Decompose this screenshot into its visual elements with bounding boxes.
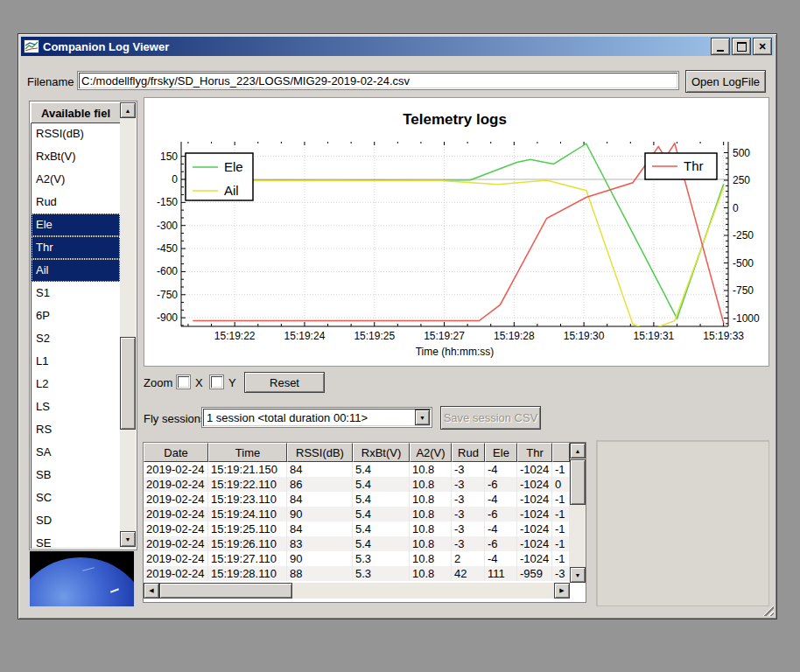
sidebar-item-rssidb[interactable]: RSSI(dB) <box>32 122 120 145</box>
titlebar[interactable]: Companion Log Viewer ✕ <box>21 37 774 56</box>
sidebar-item-se[interactable]: SE <box>32 532 120 548</box>
zoom-y-label: Y <box>228 376 236 389</box>
legend-label-ele: Ele <box>224 159 243 174</box>
svg-text:0: 0 <box>733 202 739 214</box>
sidebar-item-sb[interactable]: SB <box>32 464 120 486</box>
sidebar-item-thr[interactable]: Thr <box>32 236 120 259</box>
table-cell: 2019-02-24 <box>144 477 208 492</box>
table-cell: -1024 <box>517 536 552 551</box>
series-line-ele <box>193 144 723 318</box>
telemetry-chart-svg[interactable]: 1500-150-300-450-600-750-9005002500-250-… <box>144 98 768 366</box>
table-row[interactable]: 2019-02-2415:19:28.110885.310.842111-959… <box>144 566 570 581</box>
column-header-time[interactable]: Time <box>208 443 287 462</box>
svg-text:-750: -750 <box>733 284 754 297</box>
column-header-rud[interactable]: Rud <box>452 443 485 462</box>
sidebar-item-ls[interactable]: LS <box>32 396 120 418</box>
table-row[interactable]: 2019-02-2415:19:22.110865.410.8-3-6-1024… <box>144 477 570 492</box>
column-header-date[interactable]: Date <box>144 443 208 462</box>
column-header-rxbtv[interactable]: RxBt(V) <box>353 443 410 462</box>
zoom-x-checkbox[interactable] <box>177 375 190 388</box>
table-row[interactable]: 2019-02-2415:19:24.110905.410.8-3-6-1024… <box>144 507 570 522</box>
table-cell: 83 <box>287 536 353 551</box>
filename-input[interactable] <box>78 72 678 89</box>
column-header-thr[interactable]: Thr <box>517 443 552 462</box>
sidebar-item-l2[interactable]: L2 <box>32 373 120 396</box>
fields-scrollbar-thumb[interactable] <box>120 337 136 430</box>
table-row[interactable]: 2019-02-2415:19:25.110845.410.8-3-4-1024… <box>144 522 570 536</box>
scroll-down-button[interactable]: ▼ <box>120 531 136 547</box>
svg-text:Telemetry logs: Telemetry logs <box>403 111 507 128</box>
zoom-y-checkbox[interactable] <box>210 375 223 388</box>
svg-text:15:19:33: 15:19:33 <box>703 330 744 342</box>
table-cell: -1024 <box>517 477 552 492</box>
sidebar-item-6p[interactable]: 6P <box>32 304 120 327</box>
svg-text:-150: -150 <box>157 196 178 208</box>
column-header-a2v[interactable]: A2(V) <box>410 443 452 462</box>
table-cell: -1 <box>552 492 570 507</box>
maximize-button[interactable] <box>732 38 751 55</box>
table-cell: 84 <box>287 462 353 477</box>
sidebar-item-a2v[interactable]: A2(V) <box>32 168 120 191</box>
sidebar-item-sd[interactable]: SD <box>32 509 120 532</box>
table-row[interactable]: 2019-02-2415:19:26.110835.410.8-3-6-1024… <box>144 536 570 551</box>
table-scroll-down-button[interactable]: ▼ <box>570 567 586 583</box>
table-row[interactable]: 2019-02-2415:19:27.110905.310.82-4-1024-… <box>144 551 570 566</box>
svg-text:250: 250 <box>733 174 750 186</box>
column-header-ele[interactable]: Ele <box>485 443 517 462</box>
sidebar-item-sc[interactable]: SC <box>32 486 120 509</box>
save-session-csv-button[interactable]: Save session CSV <box>440 406 541 430</box>
app-window: Companion Log Viewer ✕ Filename Open Log… <box>18 33 777 620</box>
app-logo-icon <box>24 39 39 53</box>
table-cell: 10.8 <box>410 492 452 507</box>
table-scroll-left-button[interactable]: ◀ <box>144 583 159 598</box>
reset-button[interactable]: Reset <box>244 372 325 393</box>
table-cell: -4 <box>485 522 517 536</box>
table-cell: 15:19:22.110 <box>208 477 287 492</box>
sidebar-item-ele[interactable]: Ele <box>32 214 120 236</box>
svg-text:500: 500 <box>733 147 750 159</box>
fly-sessions-select[interactable]: 1 session <total duration 00:11> ▼ <box>202 408 432 427</box>
table-cell: -3 <box>452 536 485 551</box>
table-vscroll-thumb[interactable] <box>570 459 586 505</box>
column-header-rssidb[interactable]: RSSI(dB) <box>287 443 353 462</box>
sidebar-item-l1[interactable]: L1 <box>32 350 120 373</box>
table-row[interactable]: 2019-02-2415:19:21.150845.410.8-3-4-1024… <box>144 462 570 477</box>
arrow-right-icon: ▶ <box>559 587 564 594</box>
table-cell: 2019-02-24 <box>144 536 208 551</box>
svg-text:-300: -300 <box>157 220 178 232</box>
table-vscrollbar[interactable]: ▲ ▼ <box>570 443 586 583</box>
table-cell: 15:19:26.110 <box>208 536 287 551</box>
sidebar-item-rxbtv[interactable]: RxBt(V) <box>32 145 120 168</box>
scroll-up-button[interactable]: ▲ <box>120 102 136 118</box>
combo-drop-button[interactable]: ▼ <box>415 410 430 425</box>
sidebar-item-ail[interactable]: Ail <box>32 259 120 282</box>
minimize-button[interactable] <box>711 38 730 55</box>
chart-legend-right: Thr <box>645 153 717 179</box>
sidebar-item-s1[interactable]: S1 <box>32 282 120 304</box>
filename-label: Filename <box>27 75 74 88</box>
table-cell: 5.4 <box>353 462 410 477</box>
table-hscroll-thumb[interactable] <box>159 583 292 598</box>
table-scroll-up-button[interactable]: ▲ <box>570 443 586 458</box>
available-fields-list: Available fiel RSSI(dB)RxBt(V)A2(V)RudEl… <box>30 102 137 550</box>
sidebar-item-rs[interactable]: RS <box>32 418 120 441</box>
sidebar-item-s2[interactable]: S2 <box>32 327 120 350</box>
table-row[interactable]: 2019-02-2415:19:23.110845.410.8-3-4-1024… <box>144 492 570 507</box>
column-header-extra[interactable] <box>552 443 570 462</box>
arrow-down-icon: ▼ <box>125 536 131 542</box>
sidebar-item-sa[interactable]: SA <box>32 441 120 464</box>
table-cell: 15:19:27.110 <box>208 551 287 566</box>
table-scroll-right-button[interactable]: ▶ <box>554 583 570 598</box>
svg-text:-1000: -1000 <box>733 312 760 325</box>
table-hscrollbar[interactable]: ◀ ▶ <box>144 583 570 598</box>
open-logfile-button[interactable]: Open LogFile <box>685 70 766 93</box>
close-button[interactable]: ✕ <box>753 38 772 55</box>
table-cell: 84 <box>287 522 353 536</box>
session-detail-panel <box>596 440 769 606</box>
table-cell: -3 <box>452 507 485 522</box>
telemetry-chart[interactable]: 1500-150-300-450-600-750-9005002500-250-… <box>144 97 769 367</box>
sidebar-item-rud[interactable]: Rud <box>32 191 120 214</box>
table-cell: -1 <box>552 507 570 522</box>
table-cell: -1024 <box>517 492 552 507</box>
fields-scrollbar[interactable]: ▲ ▼ <box>120 102 136 549</box>
